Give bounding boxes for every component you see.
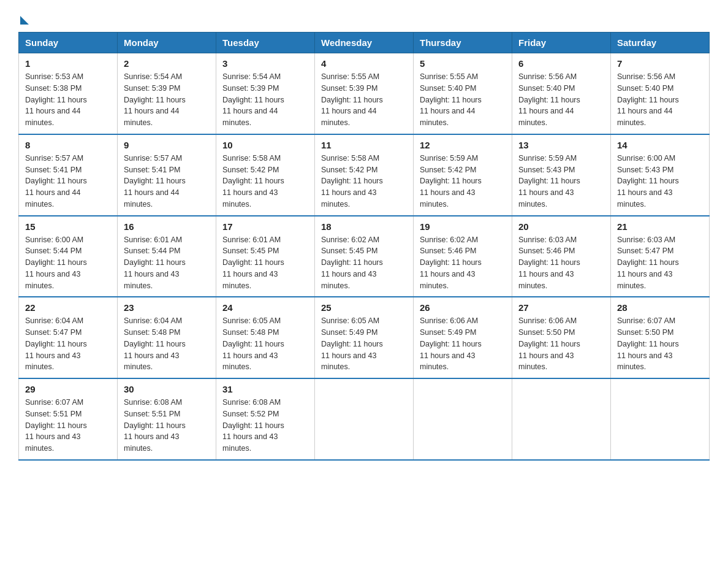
calendar-cell: 31 Sunrise: 6:08 AMSunset: 5:52 PMDaylig…	[216, 378, 315, 460]
calendar-cell: 16 Sunrise: 6:01 AMSunset: 5:44 PMDaylig…	[118, 216, 216, 297]
day-detail: Sunrise: 6:00 AMSunset: 5:43 PMDaylight:…	[617, 154, 679, 209]
day-detail: Sunrise: 5:54 AMSunset: 5:39 PMDaylight:…	[222, 72, 284, 127]
day-detail: Sunrise: 5:59 AMSunset: 5:43 PMDaylight:…	[518, 154, 580, 209]
day-of-week-header: Sunday	[19, 33, 118, 53]
calendar-cell: 26 Sunrise: 6:06 AMSunset: 5:49 PMDaylig…	[414, 297, 512, 378]
day-detail: Sunrise: 5:53 AMSunset: 5:38 PMDaylight:…	[25, 72, 87, 127]
day-detail: Sunrise: 6:06 AMSunset: 5:50 PMDaylight:…	[518, 316, 580, 371]
day-number: 28	[617, 302, 703, 313]
day-number: 4	[321, 58, 407, 69]
day-detail: Sunrise: 5:58 AMSunset: 5:42 PMDaylight:…	[321, 154, 383, 209]
day-number: 1	[25, 58, 111, 69]
calendar-cell: 13 Sunrise: 5:59 AMSunset: 5:43 PMDaylig…	[512, 134, 611, 216]
day-detail: Sunrise: 5:55 AMSunset: 5:39 PMDaylight:…	[321, 72, 383, 127]
day-of-week-header: Saturday	[611, 33, 710, 53]
day-number: 3	[222, 58, 308, 69]
day-of-week-header: Wednesday	[315, 33, 414, 53]
day-number: 21	[617, 221, 703, 232]
calendar-cell	[414, 378, 512, 460]
day-number: 27	[518, 302, 604, 313]
calendar-week-row: 1 Sunrise: 5:53 AMSunset: 5:38 PMDayligh…	[19, 53, 710, 134]
day-number: 23	[124, 302, 210, 313]
day-number: 10	[222, 140, 308, 150]
day-number: 17	[222, 221, 308, 232]
calendar-cell: 1 Sunrise: 5:53 AMSunset: 5:38 PMDayligh…	[19, 53, 118, 134]
calendar-cell: 18 Sunrise: 6:02 AMSunset: 5:45 PMDaylig…	[315, 216, 414, 297]
calendar-cell: 2 Sunrise: 5:54 AMSunset: 5:39 PMDayligh…	[118, 53, 216, 134]
day-detail: Sunrise: 5:57 AMSunset: 5:41 PMDaylight:…	[124, 154, 186, 209]
day-number: 22	[25, 302, 111, 313]
day-number: 12	[420, 140, 506, 150]
calendar-week-row: 22 Sunrise: 6:04 AMSunset: 5:47 PMDaylig…	[19, 297, 710, 378]
header	[18, 12, 710, 22]
day-number: 2	[124, 58, 210, 69]
calendar-cell	[512, 378, 611, 460]
calendar-cell: 24 Sunrise: 6:05 AMSunset: 5:48 PMDaylig…	[216, 297, 315, 378]
day-number: 16	[124, 221, 210, 232]
calendar-cell	[315, 378, 414, 460]
day-number: 26	[420, 302, 506, 313]
calendar-cell: 20 Sunrise: 6:03 AMSunset: 5:46 PMDaylig…	[512, 216, 611, 297]
calendar-cell: 15 Sunrise: 6:00 AMSunset: 5:44 PMDaylig…	[19, 216, 118, 297]
calendar-cell: 3 Sunrise: 5:54 AMSunset: 5:39 PMDayligh…	[216, 53, 315, 134]
day-detail: Sunrise: 6:07 AMSunset: 5:51 PMDaylight:…	[25, 398, 87, 453]
day-of-week-header: Friday	[512, 33, 611, 53]
day-detail: Sunrise: 6:07 AMSunset: 5:50 PMDaylight:…	[617, 316, 679, 371]
calendar-cell: 11 Sunrise: 5:58 AMSunset: 5:42 PMDaylig…	[315, 134, 414, 216]
day-number: 19	[420, 221, 506, 232]
calendar-cell: 27 Sunrise: 6:06 AMSunset: 5:50 PMDaylig…	[512, 297, 611, 378]
day-of-week-header: Tuesday	[216, 33, 315, 53]
day-detail: Sunrise: 6:03 AMSunset: 5:46 PMDaylight:…	[518, 236, 580, 290]
calendar-cell: 9 Sunrise: 5:57 AMSunset: 5:41 PMDayligh…	[118, 134, 216, 216]
day-number: 29	[25, 384, 111, 394]
day-detail: Sunrise: 6:08 AMSunset: 5:52 PMDaylight:…	[222, 398, 284, 453]
day-detail: Sunrise: 6:04 AMSunset: 5:48 PMDaylight:…	[124, 316, 186, 371]
calendar-cell: 4 Sunrise: 5:55 AMSunset: 5:39 PMDayligh…	[315, 53, 414, 134]
day-number: 13	[518, 140, 604, 150]
calendar-cell: 7 Sunrise: 5:56 AMSunset: 5:40 PMDayligh…	[611, 53, 710, 134]
calendar-week-row: 29 Sunrise: 6:07 AMSunset: 5:51 PMDaylig…	[19, 378, 710, 460]
day-number: 8	[25, 140, 111, 150]
calendar-cell: 5 Sunrise: 5:55 AMSunset: 5:40 PMDayligh…	[414, 53, 512, 134]
calendar-week-row: 8 Sunrise: 5:57 AMSunset: 5:41 PMDayligh…	[19, 134, 710, 216]
calendar-cell: 25 Sunrise: 6:05 AMSunset: 5:49 PMDaylig…	[315, 297, 414, 378]
day-number: 9	[124, 140, 210, 150]
day-detail: Sunrise: 5:54 AMSunset: 5:39 PMDaylight:…	[124, 72, 186, 127]
calendar-cell: 8 Sunrise: 5:57 AMSunset: 5:41 PMDayligh…	[19, 134, 118, 216]
day-number: 18	[321, 221, 407, 232]
calendar-cell: 19 Sunrise: 6:02 AMSunset: 5:46 PMDaylig…	[414, 216, 512, 297]
day-detail: Sunrise: 5:56 AMSunset: 5:40 PMDaylight:…	[617, 72, 679, 127]
calendar-header-row: SundayMondayTuesdayWednesdayThursdayFrid…	[19, 33, 710, 53]
calendar-cell: 22 Sunrise: 6:04 AMSunset: 5:47 PMDaylig…	[19, 297, 118, 378]
calendar-cell: 28 Sunrise: 6:07 AMSunset: 5:50 PMDaylig…	[611, 297, 710, 378]
day-detail: Sunrise: 5:57 AMSunset: 5:41 PMDaylight:…	[25, 154, 87, 209]
day-number: 30	[124, 384, 210, 394]
day-number: 15	[25, 221, 111, 232]
day-number: 14	[617, 140, 703, 150]
day-detail: Sunrise: 6:01 AMSunset: 5:44 PMDaylight:…	[124, 236, 186, 290]
day-detail: Sunrise: 5:55 AMSunset: 5:40 PMDaylight:…	[420, 72, 482, 127]
calendar-week-row: 15 Sunrise: 6:00 AMSunset: 5:44 PMDaylig…	[19, 216, 710, 297]
calendar-cell: 29 Sunrise: 6:07 AMSunset: 5:51 PMDaylig…	[19, 378, 118, 460]
day-detail: Sunrise: 6:00 AMSunset: 5:44 PMDaylight:…	[25, 236, 87, 290]
day-number: 6	[518, 58, 604, 69]
day-detail: Sunrise: 6:03 AMSunset: 5:47 PMDaylight:…	[617, 236, 679, 290]
day-detail: Sunrise: 6:08 AMSunset: 5:51 PMDaylight:…	[124, 398, 186, 453]
day-detail: Sunrise: 6:05 AMSunset: 5:48 PMDaylight:…	[222, 316, 284, 371]
calendar-table: SundayMondayTuesdayWednesdayThursdayFrid…	[18, 32, 710, 461]
logo	[18, 12, 29, 22]
calendar-cell: 12 Sunrise: 5:59 AMSunset: 5:42 PMDaylig…	[414, 134, 512, 216]
calendar-cell	[611, 378, 710, 460]
day-detail: Sunrise: 6:02 AMSunset: 5:46 PMDaylight:…	[420, 236, 482, 290]
calendar-cell: 17 Sunrise: 6:01 AMSunset: 5:45 PMDaylig…	[216, 216, 315, 297]
day-detail: Sunrise: 5:59 AMSunset: 5:42 PMDaylight:…	[420, 154, 482, 209]
day-number: 11	[321, 140, 407, 150]
day-number: 25	[321, 302, 407, 313]
calendar-cell: 30 Sunrise: 6:08 AMSunset: 5:51 PMDaylig…	[118, 378, 216, 460]
day-detail: Sunrise: 6:01 AMSunset: 5:45 PMDaylight:…	[222, 236, 284, 290]
calendar-cell: 23 Sunrise: 6:04 AMSunset: 5:48 PMDaylig…	[118, 297, 216, 378]
day-detail: Sunrise: 5:56 AMSunset: 5:40 PMDaylight:…	[518, 72, 580, 127]
day-number: 5	[420, 58, 506, 69]
day-number: 31	[222, 384, 308, 394]
day-detail: Sunrise: 5:58 AMSunset: 5:42 PMDaylight:…	[222, 154, 284, 209]
